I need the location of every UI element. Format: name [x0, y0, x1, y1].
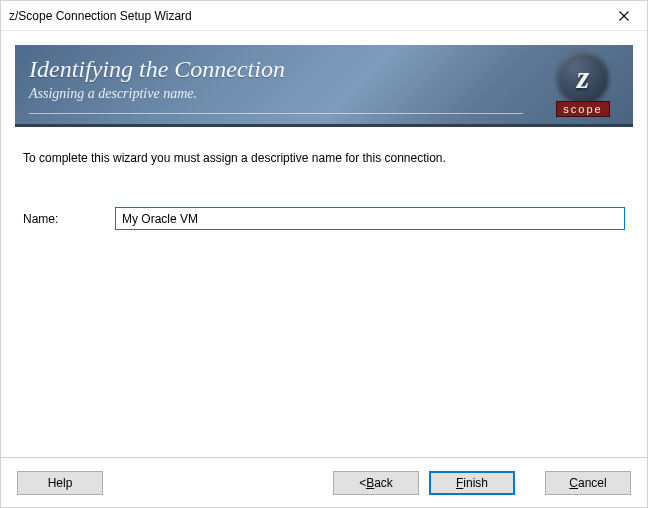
instruction-text: To complete this wizard you must assign … [23, 151, 625, 165]
spacer [15, 230, 633, 457]
back-button-prefix: < [359, 476, 366, 490]
content-area: Identifying the Connection Assigning a d… [1, 31, 647, 457]
close-icon [619, 11, 629, 21]
close-button[interactable] [601, 1, 647, 30]
finish-button-rest: inish [463, 476, 488, 490]
finish-button[interactable]: Finish [429, 471, 515, 495]
cancel-button-rest: ancel [578, 476, 607, 490]
header-divider [29, 113, 523, 114]
wizard-header: Identifying the Connection Assigning a d… [15, 45, 633, 127]
window-title: z/Scope Connection Setup Wizard [9, 9, 192, 23]
name-input[interactable] [115, 207, 625, 230]
zscope-logo-text: scope [556, 101, 609, 117]
footer-right-group: < Back Finish Cancel [333, 471, 631, 495]
titlebar: z/Scope Connection Setup Wizard [1, 1, 647, 31]
back-button-mnemonic: B [366, 476, 374, 490]
name-label: Name: [23, 212, 115, 226]
header-subtitle: Assigning a descriptive name. [29, 86, 619, 102]
cancel-button-mnemonic: C [569, 476, 578, 490]
wizard-body: To complete this wizard you must assign … [15, 127, 633, 165]
help-button-label: Help [48, 476, 73, 490]
finish-button-mnemonic: F [456, 476, 463, 490]
cancel-button[interactable]: Cancel [545, 471, 631, 495]
zscope-logo: z scope [539, 51, 627, 121]
back-button-rest: ack [374, 476, 393, 490]
back-button[interactable]: < Back [333, 471, 419, 495]
titlebar-controls [601, 1, 647, 30]
wizard-footer: Help < Back Finish Cancel [1, 457, 647, 507]
help-button[interactable]: Help [17, 471, 103, 495]
wizard-window: z/Scope Connection Setup Wizard Identify… [0, 0, 648, 508]
header-title: Identifying the Connection [29, 55, 619, 84]
zscope-logo-glyph: z [557, 51, 609, 103]
name-row: Name: [15, 207, 633, 230]
